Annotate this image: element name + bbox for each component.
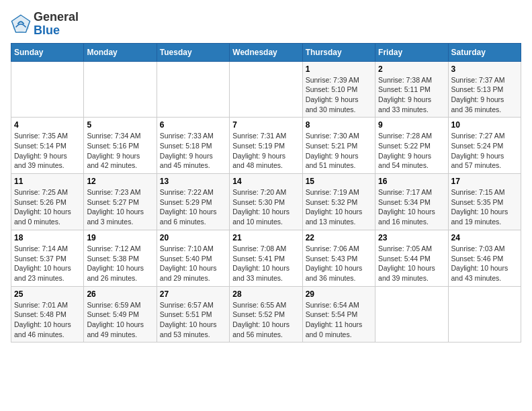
calendar-cell: 7Sunrise: 7:31 AMSunset: 5:19 PMDaylight… [230, 118, 302, 174]
day-info: Sunrise: 7:03 AMSunset: 5:46 PMDaylight:… [451, 244, 518, 283]
logo: General Blue [11, 11, 79, 38]
calendar-cell: 22Sunrise: 7:06 AMSunset: 5:43 PMDayligh… [302, 230, 375, 286]
day-info: Sunrise: 6:55 AMSunset: 5:52 PMDaylight:… [232, 300, 299, 340]
calendar-cell: 27Sunrise: 6:57 AMSunset: 5:51 PMDayligh… [157, 286, 229, 342]
day-number: 24 [451, 233, 518, 242]
calendar-cell: 25Sunrise: 7:01 AMSunset: 5:48 PMDayligh… [11, 286, 84, 342]
calendar-cell: 5Sunrise: 7:34 AMSunset: 5:16 PMDaylight… [84, 118, 157, 174]
day-number: 21 [232, 233, 299, 242]
day-number: 26 [87, 289, 153, 299]
calendar-cell: 20Sunrise: 7:10 AMSunset: 5:40 PMDayligh… [157, 230, 229, 286]
day-info: Sunrise: 7:37 AMSunset: 5:13 PMDaylight:… [451, 75, 518, 115]
day-info: Sunrise: 7:33 AMSunset: 5:18 PMDaylight:… [160, 131, 226, 171]
day-number: 17 [451, 177, 518, 186]
calendar-cell: 13Sunrise: 7:22 AMSunset: 5:29 PMDayligh… [157, 174, 229, 230]
day-number: 29 [306, 289, 372, 299]
calendar-cell [157, 61, 229, 118]
calendar-cell: 4Sunrise: 7:35 AMSunset: 5:14 PMDaylight… [11, 118, 84, 174]
calendar-cell: 12Sunrise: 7:23 AMSunset: 5:27 PMDayligh… [84, 174, 157, 230]
calendar-cell [11, 61, 84, 118]
calendar-cell: 9Sunrise: 7:28 AMSunset: 5:22 PMDaylight… [375, 118, 448, 174]
calendar-cell: 6Sunrise: 7:33 AMSunset: 5:18 PMDaylight… [157, 118, 229, 174]
col-header-tuesday: Tuesday [157, 43, 229, 61]
day-info: Sunrise: 7:27 AMSunset: 5:24 PMDaylight:… [451, 131, 518, 171]
calendar-cell: 19Sunrise: 7:12 AMSunset: 5:38 PMDayligh… [84, 230, 157, 286]
calendar-cell: 16Sunrise: 7:17 AMSunset: 5:34 PMDayligh… [375, 174, 448, 230]
calendar-cell: 29Sunrise: 6:54 AMSunset: 5:54 PMDayligh… [302, 286, 375, 342]
calendar-cell [84, 61, 157, 118]
calendar-cell: 15Sunrise: 7:19 AMSunset: 5:32 PMDayligh… [302, 174, 375, 230]
calendar-cell: 1Sunrise: 7:39 AMSunset: 5:10 PMDaylight… [302, 61, 375, 118]
col-header-monday: Monday [84, 43, 157, 61]
calendar-cell [448, 286, 521, 342]
day-number: 25 [14, 289, 81, 299]
day-info: Sunrise: 7:34 AMSunset: 5:16 PMDaylight:… [87, 131, 153, 171]
day-number: 5 [87, 120, 153, 130]
calendar-cell: 28Sunrise: 6:55 AMSunset: 5:52 PMDayligh… [230, 286, 302, 342]
day-info: Sunrise: 7:08 AMSunset: 5:41 PMDaylight:… [232, 244, 299, 283]
calendar-cell: 17Sunrise: 7:15 AMSunset: 5:35 PMDayligh… [448, 174, 521, 230]
calendar-cell: 26Sunrise: 6:59 AMSunset: 5:49 PMDayligh… [84, 286, 157, 342]
day-number: 7 [232, 120, 299, 130]
day-number: 16 [378, 177, 445, 186]
calendar-week-row: 1Sunrise: 7:39 AMSunset: 5:10 PMDaylight… [11, 61, 521, 118]
day-number: 22 [306, 233, 372, 242]
calendar-table: SundayMondayTuesdayWednesdayThursdayFrid… [11, 43, 521, 343]
page-header: General Blue [11, 11, 521, 38]
day-info: Sunrise: 7:05 AMSunset: 5:44 PMDaylight:… [378, 244, 445, 283]
day-info: Sunrise: 7:23 AMSunset: 5:27 PMDaylight:… [87, 187, 153, 227]
calendar-cell: 23Sunrise: 7:05 AMSunset: 5:44 PMDayligh… [375, 230, 448, 286]
calendar-week-row: 11Sunrise: 7:25 AMSunset: 5:26 PMDayligh… [11, 174, 521, 230]
logo-general-text: General [34, 11, 79, 24]
calendar-cell: 2Sunrise: 7:38 AMSunset: 5:11 PMDaylight… [375, 61, 448, 118]
calendar-cell: 21Sunrise: 7:08 AMSunset: 5:41 PMDayligh… [230, 230, 302, 286]
col-header-sunday: Sunday [11, 43, 84, 61]
day-info: Sunrise: 7:22 AMSunset: 5:29 PMDaylight:… [160, 187, 226, 227]
day-info: Sunrise: 7:01 AMSunset: 5:48 PMDaylight:… [14, 300, 81, 340]
calendar-cell: 14Sunrise: 7:20 AMSunset: 5:30 PMDayligh… [230, 174, 302, 230]
calendar-cell: 24Sunrise: 7:03 AMSunset: 5:46 PMDayligh… [448, 230, 521, 286]
calendar-cell: 3Sunrise: 7:37 AMSunset: 5:13 PMDaylight… [448, 61, 521, 118]
col-header-thursday: Thursday [302, 43, 375, 61]
calendar-cell: 18Sunrise: 7:14 AMSunset: 5:37 PMDayligh… [11, 230, 84, 286]
calendar-week-row: 18Sunrise: 7:14 AMSunset: 5:37 PMDayligh… [11, 230, 521, 286]
calendar-cell [230, 61, 302, 118]
col-header-saturday: Saturday [448, 43, 521, 61]
calendar-week-row: 4Sunrise: 7:35 AMSunset: 5:14 PMDaylight… [11, 118, 521, 174]
day-info: Sunrise: 7:25 AMSunset: 5:26 PMDaylight:… [14, 187, 81, 227]
day-number: 18 [14, 233, 81, 242]
day-number: 8 [306, 120, 372, 130]
day-number: 13 [160, 177, 226, 186]
col-header-friday: Friday [375, 43, 448, 61]
day-number: 12 [87, 177, 153, 186]
day-info: Sunrise: 7:19 AMSunset: 5:32 PMDaylight:… [306, 187, 372, 227]
day-info: Sunrise: 7:06 AMSunset: 5:43 PMDaylight:… [306, 244, 372, 283]
day-info: Sunrise: 7:28 AMSunset: 5:22 PMDaylight:… [378, 131, 445, 171]
day-info: Sunrise: 6:54 AMSunset: 5:54 PMDaylight:… [306, 300, 372, 340]
day-number: 9 [378, 120, 445, 130]
calendar-cell: 8Sunrise: 7:30 AMSunset: 5:21 PMDaylight… [302, 118, 375, 174]
day-number: 15 [306, 177, 372, 186]
calendar-cell: 10Sunrise: 7:27 AMSunset: 5:24 PMDayligh… [448, 118, 521, 174]
day-info: Sunrise: 7:31 AMSunset: 5:19 PMDaylight:… [232, 131, 299, 171]
day-number: 19 [87, 233, 153, 242]
day-info: Sunrise: 7:39 AMSunset: 5:10 PMDaylight:… [306, 75, 372, 115]
calendar-header-row: SundayMondayTuesdayWednesdayThursdayFrid… [11, 43, 521, 61]
logo-icon [11, 14, 31, 34]
day-number: 11 [14, 177, 81, 186]
day-number: 2 [378, 64, 445, 74]
day-number: 4 [14, 120, 81, 130]
day-number: 27 [160, 289, 226, 299]
day-info: Sunrise: 7:35 AMSunset: 5:14 PMDaylight:… [14, 131, 81, 171]
day-info: Sunrise: 7:30 AMSunset: 5:21 PMDaylight:… [306, 131, 372, 171]
day-number: 1 [306, 64, 372, 74]
day-info: Sunrise: 6:57 AMSunset: 5:51 PMDaylight:… [160, 300, 226, 340]
calendar-week-row: 25Sunrise: 7:01 AMSunset: 5:48 PMDayligh… [11, 286, 521, 342]
day-number: 14 [232, 177, 299, 186]
day-info: Sunrise: 7:10 AMSunset: 5:40 PMDaylight:… [160, 244, 226, 283]
day-info: Sunrise: 7:15 AMSunset: 5:35 PMDaylight:… [451, 187, 518, 227]
day-info: Sunrise: 7:20 AMSunset: 5:30 PMDaylight:… [232, 187, 299, 227]
calendar-cell: 11Sunrise: 7:25 AMSunset: 5:26 PMDayligh… [11, 174, 84, 230]
day-number: 28 [232, 289, 299, 299]
logo-blue-text: Blue [34, 24, 79, 38]
